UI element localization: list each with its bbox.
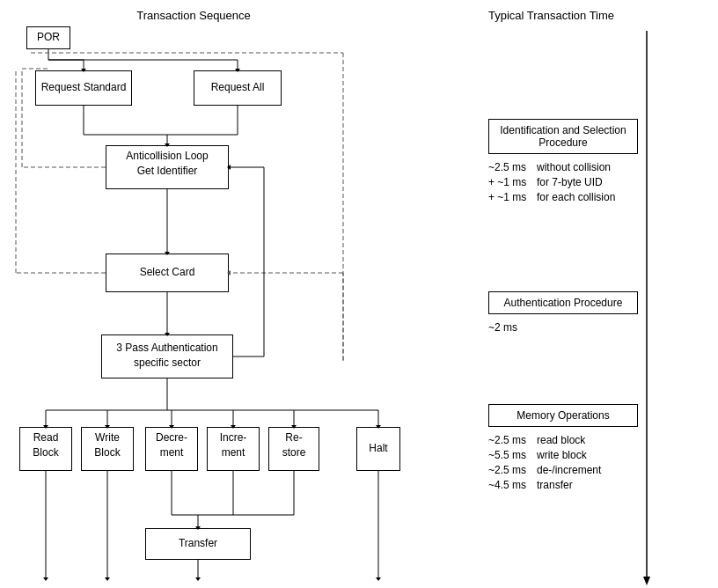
write-block-box [81,427,134,471]
timing-desc-1: without collision [537,161,611,173]
identification-title: Identification and Selection Procedure [500,124,626,149]
timing-desc-mem-4: transfer [537,479,573,491]
decrement-box [145,427,198,471]
memory-section-box: Memory Operations [488,404,638,427]
timing-val-auth: ~2 ms [488,321,537,334]
timing-val-1: ~2.5 ms [488,161,537,173]
timing-val-mem-1: ~2.5 ms [488,434,537,446]
timing-desc-3: for each collision [537,191,615,203]
read-block-box [19,427,72,471]
memory-timings: ~2.5 ms read block ~5.5 ms write block ~… [488,434,709,491]
authentication-timings: ~2 ms [488,321,709,334]
timing-desc-mem-1: read block [537,434,585,446]
timing-desc-mem-2: write block [537,449,587,461]
timing-val-mem-3: ~2.5 ms [488,464,537,476]
authentication-section-box: Authentication Procedure [488,291,638,314]
request-standard-box: Request Standard [35,70,132,106]
auth-box [101,334,233,379]
left-title: Transaction Sequence [79,9,308,22]
timing-val-mem-4: ~4.5 ms [488,479,537,491]
memory-title: Memory Operations [517,409,609,422]
halt-box: Halt [356,427,400,471]
svg-marker-59 [643,577,650,585]
identification-section-box: Identification and Selection Procedure [488,119,638,154]
restore-box [268,427,319,471]
timing-val-3: + ~1 ms [488,191,537,203]
timing-desc-2: for 7-byte UID [537,176,603,188]
select-card-box: Select Card [106,254,229,292]
transfer-box: Transfer [145,528,251,560]
anticollision-box [106,145,229,189]
por-box: POR [26,26,70,49]
identification-timings: ~2.5 ms without collision + ~1 ms for 7-… [488,161,709,203]
svg-marker-39 [105,577,110,581]
svg-marker-43 [376,577,381,581]
right-title: Typical Transaction Time [488,9,709,22]
increment-box [207,427,260,471]
svg-marker-41 [195,577,201,581]
timing-val-2: + ~1 ms [488,176,537,188]
timing-val-mem-2: ~5.5 ms [488,449,537,461]
request-all-box: Request All [194,70,282,106]
timing-desc-mem-3: de-/increment [537,464,601,476]
authentication-title: Authentication Procedure [504,297,623,309]
svg-marker-37 [43,577,48,581]
